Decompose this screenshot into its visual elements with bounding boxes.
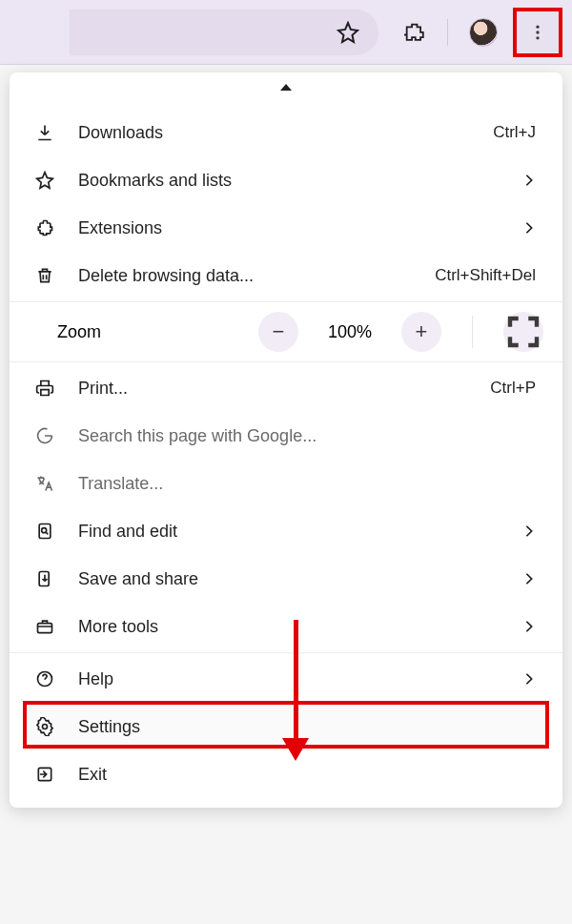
chrome-main-menu: DownloadsCtrl+JBookmarks and listsExtens…: [10, 72, 562, 808]
print-icon: [34, 378, 55, 399]
find-icon: [34, 521, 55, 542]
fullscreen-button[interactable]: [503, 312, 543, 352]
menu-item-label: Bookmarks and lists: [78, 171, 500, 191]
menu-item-downloads[interactable]: DownloadsCtrl+J: [10, 109, 562, 156]
svg-point-7: [43, 725, 48, 729]
menu-item-help[interactable]: Help: [10, 655, 562, 703]
menu-item-label: Help: [78, 669, 500, 689]
avatar[interactable]: [469, 18, 498, 47]
toolbox-icon: [34, 616, 55, 637]
chevron-right-icon: [522, 620, 536, 633]
svg-point-1: [536, 31, 539, 33]
menu-item-label: Settings: [78, 717, 536, 737]
star-icon[interactable]: [337, 21, 359, 44]
menu-item-label: Exit: [78, 765, 536, 785]
svg-point-0: [536, 25, 539, 28]
menu-item-label: Search this page with Google...: [78, 426, 536, 446]
extension-icon: [34, 217, 55, 238]
chevron-right-icon: [522, 524, 536, 538]
menu-item-shortcut: Ctrl+J: [493, 123, 536, 142]
zoom-label: Zoom: [57, 322, 235, 342]
zoom-value: 100%: [321, 322, 378, 342]
chevron-right-icon: [522, 221, 536, 235]
exit-icon: [34, 764, 55, 785]
star-icon: [34, 170, 55, 191]
toolbar-divider: [447, 19, 448, 46]
menu-item-label: Find and edit: [78, 522, 500, 542]
trash-icon: [34, 265, 55, 286]
download-icon: [34, 122, 55, 143]
menu-item-search-this-page-with-google: Search this page with Google...: [10, 412, 562, 460]
menu-item-label: Print...: [78, 379, 467, 399]
menu-item-label: Extensions: [78, 218, 500, 238]
chevron-right-icon: [522, 174, 536, 187]
address-bar-end: [70, 10, 378, 55]
menu-item-label: Downloads: [78, 123, 470, 143]
menu-item-print[interactable]: Print...Ctrl+P: [10, 364, 562, 412]
browser-toolbar: [0, 0, 572, 65]
svg-rect-5: [38, 624, 52, 633]
menu-item-label: Save and share: [78, 569, 500, 589]
menu-item-delete-browsing-data[interactable]: Delete browsing data...Ctrl+Shift+Del: [10, 252, 562, 299]
menu-zoom-row: Zoom−100%+: [10, 304, 562, 359]
menu-item-exit[interactable]: Exit: [10, 750, 562, 798]
zoom-in-button[interactable]: +: [401, 312, 441, 352]
extension-icon[interactable]: [403, 21, 426, 44]
menu-scroll-up-icon[interactable]: [280, 84, 292, 91]
chevron-right-icon: [522, 672, 536, 686]
zoom-divider: [472, 316, 473, 348]
google-icon: [34, 425, 55, 446]
svg-point-4: [42, 528, 47, 533]
menu-item-shortcut: Ctrl+P: [490, 379, 536, 398]
help-icon: [34, 668, 55, 689]
menu-item-label: Delete browsing data...: [78, 266, 412, 286]
menu-item-find-and-edit[interactable]: Find and edit: [10, 507, 562, 555]
settings-icon: [34, 716, 55, 737]
chevron-right-icon: [522, 572, 536, 585]
menu-item-save-and-share[interactable]: Save and share: [10, 555, 562, 603]
menu-item-more-tools[interactable]: More tools: [10, 603, 562, 650]
svg-point-2: [536, 36, 539, 39]
share-icon: [34, 568, 55, 589]
menu-item-label: More tools: [78, 617, 500, 637]
menu-item-translate: Translate...: [10, 460, 562, 507]
menu-item-extensions[interactable]: Extensions: [10, 204, 562, 252]
menu-item-shortcut: Ctrl+Shift+Del: [435, 266, 536, 285]
zoom-out-button[interactable]: −: [258, 312, 298, 352]
kebab-menu-button[interactable]: [515, 10, 561, 55]
menu-item-bookmarks-and-lists[interactable]: Bookmarks and lists: [10, 156, 562, 204]
menu-item-label: Translate...: [78, 474, 536, 494]
menu-item-settings[interactable]: Settings: [10, 703, 562, 750]
translate-icon: [34, 473, 55, 494]
